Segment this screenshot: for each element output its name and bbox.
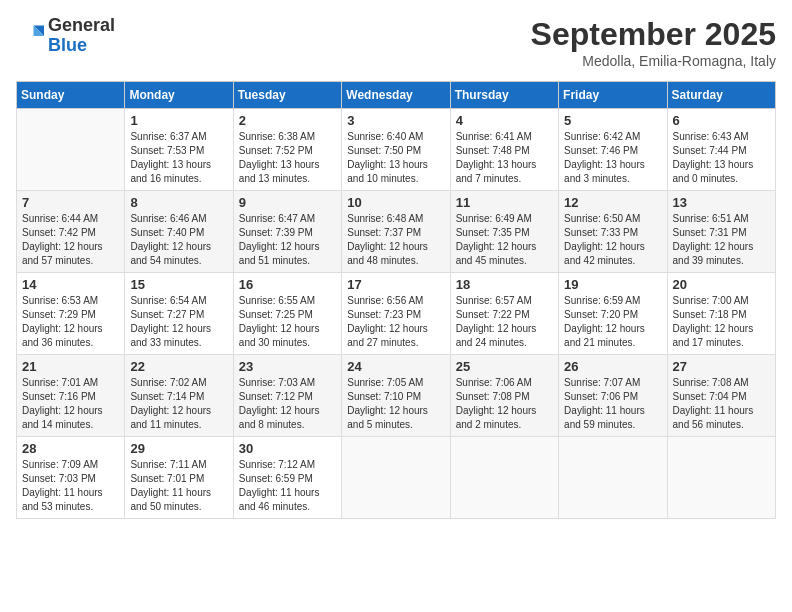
weekday-header: Wednesday (342, 82, 450, 109)
day-number: 2 (239, 113, 336, 128)
day-info: Sunrise: 6:46 AM Sunset: 7:40 PM Dayligh… (130, 212, 227, 268)
day-number: 23 (239, 359, 336, 374)
calendar-week-row: 14Sunrise: 6:53 AM Sunset: 7:29 PM Dayli… (17, 273, 776, 355)
calendar-cell (667, 437, 775, 519)
day-info: Sunrise: 6:49 AM Sunset: 7:35 PM Dayligh… (456, 212, 553, 268)
day-number: 12 (564, 195, 661, 210)
day-info: Sunrise: 6:40 AM Sunset: 7:50 PM Dayligh… (347, 130, 444, 186)
day-info: Sunrise: 6:53 AM Sunset: 7:29 PM Dayligh… (22, 294, 119, 350)
weekday-header: Saturday (667, 82, 775, 109)
weekday-header: Tuesday (233, 82, 341, 109)
day-number: 21 (22, 359, 119, 374)
calendar-cell: 9Sunrise: 6:47 AM Sunset: 7:39 PM Daylig… (233, 191, 341, 273)
day-number: 4 (456, 113, 553, 128)
day-number: 1 (130, 113, 227, 128)
day-info: Sunrise: 7:00 AM Sunset: 7:18 PM Dayligh… (673, 294, 770, 350)
calendar-cell: 14Sunrise: 6:53 AM Sunset: 7:29 PM Dayli… (17, 273, 125, 355)
day-number: 9 (239, 195, 336, 210)
day-info: Sunrise: 6:57 AM Sunset: 7:22 PM Dayligh… (456, 294, 553, 350)
day-info: Sunrise: 7:01 AM Sunset: 7:16 PM Dayligh… (22, 376, 119, 432)
day-number: 16 (239, 277, 336, 292)
day-number: 22 (130, 359, 227, 374)
day-number: 18 (456, 277, 553, 292)
calendar-week-row: 21Sunrise: 7:01 AM Sunset: 7:16 PM Dayli… (17, 355, 776, 437)
day-info: Sunrise: 6:44 AM Sunset: 7:42 PM Dayligh… (22, 212, 119, 268)
day-info: Sunrise: 6:55 AM Sunset: 7:25 PM Dayligh… (239, 294, 336, 350)
day-info: Sunrise: 7:12 AM Sunset: 6:59 PM Dayligh… (239, 458, 336, 514)
day-number: 24 (347, 359, 444, 374)
calendar-cell: 8Sunrise: 6:46 AM Sunset: 7:40 PM Daylig… (125, 191, 233, 273)
day-number: 10 (347, 195, 444, 210)
logo-text: General Blue (48, 16, 115, 56)
day-info: Sunrise: 6:43 AM Sunset: 7:44 PM Dayligh… (673, 130, 770, 186)
calendar-cell: 24Sunrise: 7:05 AM Sunset: 7:10 PM Dayli… (342, 355, 450, 437)
day-info: Sunrise: 7:08 AM Sunset: 7:04 PM Dayligh… (673, 376, 770, 432)
day-number: 11 (456, 195, 553, 210)
weekday-header: Thursday (450, 82, 558, 109)
calendar-cell: 12Sunrise: 6:50 AM Sunset: 7:33 PM Dayli… (559, 191, 667, 273)
day-info: Sunrise: 6:47 AM Sunset: 7:39 PM Dayligh… (239, 212, 336, 268)
calendar-title: September 2025 (531, 16, 776, 53)
day-number: 28 (22, 441, 119, 456)
calendar-cell: 2Sunrise: 6:38 AM Sunset: 7:52 PM Daylig… (233, 109, 341, 191)
day-number: 19 (564, 277, 661, 292)
calendar-cell: 6Sunrise: 6:43 AM Sunset: 7:44 PM Daylig… (667, 109, 775, 191)
day-info: Sunrise: 7:02 AM Sunset: 7:14 PM Dayligh… (130, 376, 227, 432)
day-number: 25 (456, 359, 553, 374)
day-info: Sunrise: 7:07 AM Sunset: 7:06 PM Dayligh… (564, 376, 661, 432)
weekday-header: Monday (125, 82, 233, 109)
day-number: 8 (130, 195, 227, 210)
day-number: 20 (673, 277, 770, 292)
calendar-week-row: 28Sunrise: 7:09 AM Sunset: 7:03 PM Dayli… (17, 437, 776, 519)
calendar-cell: 18Sunrise: 6:57 AM Sunset: 7:22 PM Dayli… (450, 273, 558, 355)
day-info: Sunrise: 7:06 AM Sunset: 7:08 PM Dayligh… (456, 376, 553, 432)
calendar-cell (559, 437, 667, 519)
calendar-week-row: 1Sunrise: 6:37 AM Sunset: 7:53 PM Daylig… (17, 109, 776, 191)
calendar-cell: 11Sunrise: 6:49 AM Sunset: 7:35 PM Dayli… (450, 191, 558, 273)
day-info: Sunrise: 7:05 AM Sunset: 7:10 PM Dayligh… (347, 376, 444, 432)
day-info: Sunrise: 7:09 AM Sunset: 7:03 PM Dayligh… (22, 458, 119, 514)
day-info: Sunrise: 6:41 AM Sunset: 7:48 PM Dayligh… (456, 130, 553, 186)
calendar-table: SundayMondayTuesdayWednesdayThursdayFrid… (16, 81, 776, 519)
calendar-subtitle: Medolla, Emilia-Romagna, Italy (531, 53, 776, 69)
weekday-header-row: SundayMondayTuesdayWednesdayThursdayFrid… (17, 82, 776, 109)
calendar-cell: 4Sunrise: 6:41 AM Sunset: 7:48 PM Daylig… (450, 109, 558, 191)
day-info: Sunrise: 6:42 AM Sunset: 7:46 PM Dayligh… (564, 130, 661, 186)
day-number: 15 (130, 277, 227, 292)
day-number: 30 (239, 441, 336, 456)
calendar-cell: 10Sunrise: 6:48 AM Sunset: 7:37 PM Dayli… (342, 191, 450, 273)
day-info: Sunrise: 6:59 AM Sunset: 7:20 PM Dayligh… (564, 294, 661, 350)
day-number: 17 (347, 277, 444, 292)
calendar-cell (17, 109, 125, 191)
day-number: 26 (564, 359, 661, 374)
day-number: 6 (673, 113, 770, 128)
calendar-cell: 16Sunrise: 6:55 AM Sunset: 7:25 PM Dayli… (233, 273, 341, 355)
calendar-cell: 29Sunrise: 7:11 AM Sunset: 7:01 PM Dayli… (125, 437, 233, 519)
day-info: Sunrise: 6:48 AM Sunset: 7:37 PM Dayligh… (347, 212, 444, 268)
calendar-cell (450, 437, 558, 519)
calendar-cell: 7Sunrise: 6:44 AM Sunset: 7:42 PM Daylig… (17, 191, 125, 273)
logo: General Blue (16, 16, 115, 56)
calendar-cell: 21Sunrise: 7:01 AM Sunset: 7:16 PM Dayli… (17, 355, 125, 437)
calendar-cell: 13Sunrise: 6:51 AM Sunset: 7:31 PM Dayli… (667, 191, 775, 273)
calendar-cell (342, 437, 450, 519)
logo-icon (16, 22, 44, 50)
day-number: 13 (673, 195, 770, 210)
calendar-cell: 22Sunrise: 7:02 AM Sunset: 7:14 PM Dayli… (125, 355, 233, 437)
day-number: 29 (130, 441, 227, 456)
calendar-cell: 28Sunrise: 7:09 AM Sunset: 7:03 PM Dayli… (17, 437, 125, 519)
title-area: September 2025 Medolla, Emilia-Romagna, … (531, 16, 776, 69)
day-info: Sunrise: 6:54 AM Sunset: 7:27 PM Dayligh… (130, 294, 227, 350)
day-info: Sunrise: 6:51 AM Sunset: 7:31 PM Dayligh… (673, 212, 770, 268)
calendar-cell: 30Sunrise: 7:12 AM Sunset: 6:59 PM Dayli… (233, 437, 341, 519)
day-info: Sunrise: 6:56 AM Sunset: 7:23 PM Dayligh… (347, 294, 444, 350)
calendar-cell: 27Sunrise: 7:08 AM Sunset: 7:04 PM Dayli… (667, 355, 775, 437)
calendar-week-row: 7Sunrise: 6:44 AM Sunset: 7:42 PM Daylig… (17, 191, 776, 273)
calendar-cell: 25Sunrise: 7:06 AM Sunset: 7:08 PM Dayli… (450, 355, 558, 437)
calendar-cell: 19Sunrise: 6:59 AM Sunset: 7:20 PM Dayli… (559, 273, 667, 355)
calendar-cell: 23Sunrise: 7:03 AM Sunset: 7:12 PM Dayli… (233, 355, 341, 437)
day-info: Sunrise: 6:50 AM Sunset: 7:33 PM Dayligh… (564, 212, 661, 268)
calendar-cell: 15Sunrise: 6:54 AM Sunset: 7:27 PM Dayli… (125, 273, 233, 355)
day-info: Sunrise: 7:11 AM Sunset: 7:01 PM Dayligh… (130, 458, 227, 514)
day-info: Sunrise: 7:03 AM Sunset: 7:12 PM Dayligh… (239, 376, 336, 432)
